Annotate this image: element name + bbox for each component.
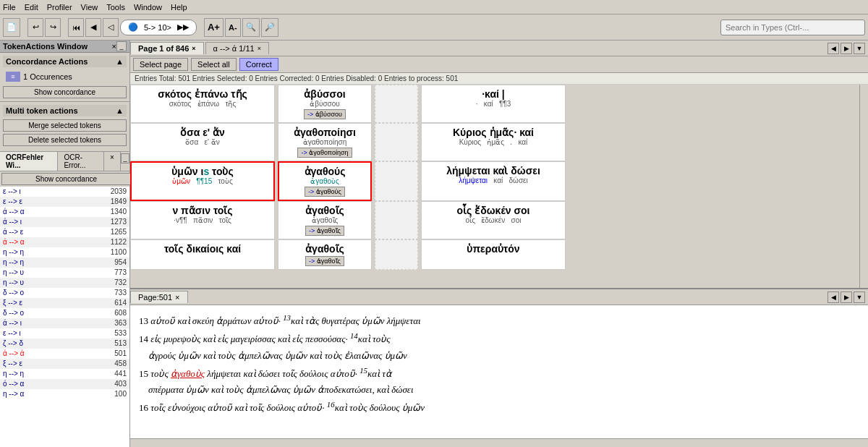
menu-window[interactable]: Window xyxy=(134,3,162,12)
merge-tokens-btn[interactable]: Merge selected tokens xyxy=(3,119,127,132)
list-item[interactable]: η --> υ732 xyxy=(0,278,129,288)
text-line-agrous: ἀγρούς ὑμῶν καὶ τοὺς ἀμπελῶνας ὑμῶν καὶ … xyxy=(139,348,859,364)
list-item[interactable]: ε --> ι2039 xyxy=(0,187,129,197)
search-btn[interactable]: 🔍 xyxy=(242,18,260,37)
font-increase-btn[interactable]: A+ xyxy=(204,18,224,37)
list-item[interactable]: η --> υ773 xyxy=(0,268,129,278)
concordance-section-title[interactable]: Concordance Actions ▲ xyxy=(3,56,127,67)
list-item[interactable]: ά --> ι363 xyxy=(0,318,129,328)
text-line-spermata: σπέρματα ὑμῶν καὶ τοὺς ἀμπελῶνας ὑμῶν ἀπ… xyxy=(139,382,859,398)
list-item[interactable]: η --> η441 xyxy=(0,369,129,379)
list-item[interactable]: δ --> ο733 xyxy=(0,288,129,298)
prev-btn[interactable]: ◀ xyxy=(85,18,101,37)
cell-dikaiois: τοῖς δικαίοις καί xyxy=(130,239,275,270)
agathois2-btn[interactable]: -> ἀγαθοῖς xyxy=(305,256,344,266)
grid-scroll[interactable]: σκότος ἐπάνω τῆς σκότος ἐπάνω τῆς ἀβύσσο… xyxy=(130,85,859,288)
panel-minimize-btn[interactable]: _ xyxy=(116,41,127,51)
list-item[interactable]: ε --> ι533 xyxy=(0,328,129,339)
cell-osa: ὅσα ε' ἄν ὅσα ε' ἄν xyxy=(130,123,275,161)
list-item[interactable]: ά --> ε1265 xyxy=(0,227,129,237)
menu-profiler[interactable]: Profiler xyxy=(47,3,72,12)
concordance-section: Concordance Actions ▲ ≡ 1 Occurences Sho… xyxy=(0,53,129,102)
main-layout: TokenActions Window × _ Concordance Acti… xyxy=(0,41,868,447)
menu-tools[interactable]: Tools xyxy=(106,3,125,12)
agathois1-btn[interactable]: -> ἀγαθοῖς xyxy=(305,226,344,236)
multitoken-section-title[interactable]: Multi token actions ▲ xyxy=(3,105,127,116)
cell-skotos: σκότος ἐπάνω τῆς σκότος ἐπάνω τῆς xyxy=(130,85,275,123)
tab-scroll-right[interactable]: ▶ xyxy=(841,43,852,54)
list-item[interactable]: η --> η954 xyxy=(0,257,129,268)
bottom-tabs: OCRFehler Wi... OCR-Error... × _ xyxy=(0,152,129,171)
tab-page1[interactable]: Page 1 of 846 × xyxy=(130,42,204,54)
list-item[interactable]: η --> η1100 xyxy=(0,247,129,257)
tab-alpha[interactable]: α --> ά 1/11 × xyxy=(205,42,269,54)
cell-abyssou: ἀβύσσοι ἀβύσσου -> ἀβύσσου xyxy=(278,85,372,123)
menu-file[interactable]: File xyxy=(3,3,16,12)
menu-view[interactable]: View xyxy=(81,3,98,12)
text-scroll-bottom[interactable] xyxy=(130,438,868,447)
tab-scroll-down[interactable]: ▼ xyxy=(854,43,865,54)
search-input[interactable] xyxy=(720,20,865,35)
list-item[interactable]: ε --> ε1849 xyxy=(0,197,129,207)
list-item[interactable]: ό --> α403 xyxy=(0,379,129,389)
highlight-btn[interactable]: 🔎 xyxy=(261,18,278,37)
select-page-btn[interactable]: Select page xyxy=(133,58,188,71)
cell-empty-3 xyxy=(375,161,418,201)
new-btn[interactable]: 📄 xyxy=(3,18,20,37)
font-decrease-btn[interactable]: A- xyxy=(225,18,241,37)
highlighted-word: ἀγαθοὺς xyxy=(171,368,205,379)
cell-right-5: ὑπεραὐτόν xyxy=(421,239,566,270)
tab-ocr-error[interactable]: OCR-Error... xyxy=(58,152,104,171)
nav-end[interactable]: ▶▶ xyxy=(174,18,192,37)
menu-edit[interactable]: Edit xyxy=(25,3,38,12)
grid-container: σκότος ἐπάνω τῆς σκότος ἐπάνω τῆς ἀβύσσο… xyxy=(130,85,868,288)
skip-start-btn[interactable]: ⏮ xyxy=(68,18,84,37)
cell-agathous: ἀγαθούς ἀγαθοὺς -> ἀγαθούς xyxy=(278,161,372,201)
text-area: Page:501 × ◀ ▶ ▼ 13 αὐτοῦ καὶ σκεύη ἁρμά… xyxy=(130,288,868,447)
tab-alpha-close[interactable]: × xyxy=(258,45,261,52)
undo-btn[interactable]: ↩ xyxy=(27,18,43,37)
menu-help[interactable]: Help xyxy=(171,3,187,12)
tab-nav-btns: ◀ ▶ ▼ xyxy=(827,43,868,54)
grid-row-2: ὅσα ε' ἄν ὅσα ε' ἄν ἀγαθοποίησι ἀγαθοποί… xyxy=(130,123,859,161)
correct-btn[interactable]: Correct xyxy=(239,58,278,71)
list-item-highlight2[interactable]: ά --> ά501 xyxy=(0,349,129,359)
stats-bar: Entries Total: 501 Entries Selected: 0 E… xyxy=(130,73,868,85)
redo-btn[interactable]: ↪ xyxy=(45,18,61,37)
nav-circle[interactable]: 🔵 xyxy=(125,18,141,37)
text-tab-nav-left[interactable]: ◀ xyxy=(827,291,839,303)
list-item[interactable]: η --> α100 xyxy=(0,389,129,399)
cell-agathois1: ἀγαθοῖς ἀγαθοῖς -> ἀγαθοῖς xyxy=(278,201,372,239)
prev2-btn[interactable]: ◁ xyxy=(103,18,119,37)
text-tab-nav-down[interactable]: ▼ xyxy=(854,291,865,303)
agathous-btn[interactable]: -> ἀγαθούς xyxy=(305,187,345,197)
list-item[interactable]: ά --> α1340 xyxy=(0,207,129,217)
text-tab-close[interactable]: × xyxy=(175,293,179,302)
tab-scroll-left[interactable]: ◀ xyxy=(827,43,839,54)
menubar: File Edit Profiler View Tools Window Hel… xyxy=(0,0,868,14)
text-tab-nav-right[interactable]: ▶ xyxy=(841,291,852,303)
show-concordance-btn2[interactable]: Show concordance xyxy=(1,173,131,185)
error-list: ε --> ι2039 ε --> ε1849 ά --> α1340 ά --… xyxy=(0,187,129,447)
delete-tokens-btn[interactable]: Delete selected tokens xyxy=(3,134,127,146)
nav-group: 🔵 5-> 10> ▶▶ xyxy=(120,20,197,35)
list-item[interactable]: ξ --> ε614 xyxy=(0,298,129,308)
list-item[interactable]: ξ --> ε458 xyxy=(0,359,129,369)
text-tab-page501[interactable]: Page:501 × xyxy=(130,291,188,303)
list-item-highlight[interactable]: ά --> α1122 xyxy=(0,237,129,247)
show-concordance-btn[interactable]: Show concordance xyxy=(3,86,127,98)
tab-ocr-fehler[interactable]: OCRFehler Wi... xyxy=(0,152,58,171)
occurrence-row: ≡ 1 Occurences xyxy=(3,70,127,83)
list-item[interactable]: ά --> ι1273 xyxy=(0,217,129,227)
tab-page1-close[interactable]: × xyxy=(192,45,195,52)
tab-close[interactable]: × xyxy=(104,152,121,171)
bottom-minimize-btn[interactable]: _ xyxy=(121,153,129,163)
nav-label: 5-> 10> xyxy=(144,23,171,32)
abyssou-btn[interactable]: -> ἀβύσσου xyxy=(304,109,346,119)
list-item[interactable]: ζ --> δ513 xyxy=(0,339,129,349)
text-tab-nav: ◀ ▶ ▼ xyxy=(827,291,868,303)
grid-scrollbar[interactable] xyxy=(859,85,868,288)
select-all-btn[interactable]: Select all xyxy=(191,58,237,71)
list-item[interactable]: δ --> ο608 xyxy=(0,308,129,318)
agathopoiese-btn[interactable]: -> ἀγαθοποίηση xyxy=(297,148,352,158)
